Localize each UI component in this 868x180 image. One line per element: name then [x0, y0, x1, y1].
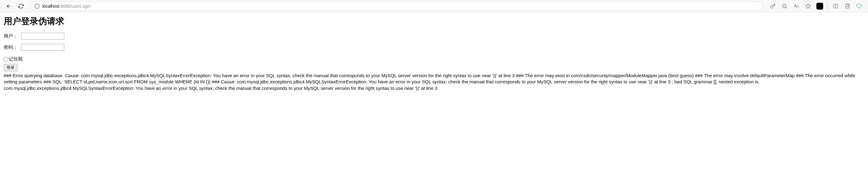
password-row: 密码： — [4, 44, 864, 50]
toolbar-divider — [828, 3, 828, 9]
url-path: /userLogin — [70, 4, 90, 9]
address-bar[interactable]: localhost:8080/userLogin — [31, 2, 763, 11]
page-title: 用户登录伪请求 — [4, 15, 864, 27]
split-screen-icon[interactable] — [830, 1, 841, 11]
site-info-icon[interactable] — [34, 3, 40, 9]
svg-marker-6 — [806, 4, 810, 8]
login-button[interactable]: 登录 — [4, 64, 17, 71]
error-message: ### Error querying database. Cause: com.… — [4, 73, 864, 92]
refresh-button[interactable] — [16, 1, 26, 11]
zoom-out-icon[interactable] — [779, 1, 790, 11]
browser-toolbar: localhost:8080/userLogin A)) — [0, 0, 868, 12]
extension-icon[interactable] — [814, 1, 825, 11]
url-host: localhost — [42, 4, 59, 9]
back-button[interactable] — [4, 1, 13, 11]
password-input[interactable] — [21, 44, 64, 50]
url-text: localhost:8080/userLogin — [42, 4, 759, 9]
remember-row: 记住我 — [4, 56, 864, 62]
username-row: 用户： — [4, 33, 864, 39]
read-aloud-icon[interactable]: A)) — [791, 1, 802, 11]
password-label: 密码： — [4, 44, 21, 50]
toolbar-right-icons: A)) — [768, 1, 864, 11]
page-content: 用户登录伪请求 用户： 密码： 记住我 登录 ### Error queryin… — [0, 12, 868, 95]
key-icon[interactable] — [768, 1, 778, 11]
favorite-icon[interactable] — [803, 1, 813, 11]
browser-essentials-icon[interactable] — [854, 1, 864, 11]
remember-checkbox[interactable] — [4, 57, 8, 62]
username-input[interactable] — [21, 33, 64, 39]
svg-line-4 — [785, 7, 786, 8]
username-label: 用户： — [4, 33, 21, 39]
collections-icon[interactable] — [842, 1, 852, 11]
remember-label: 记住我 — [9, 56, 23, 62]
url-port: :8080 — [59, 4, 70, 9]
